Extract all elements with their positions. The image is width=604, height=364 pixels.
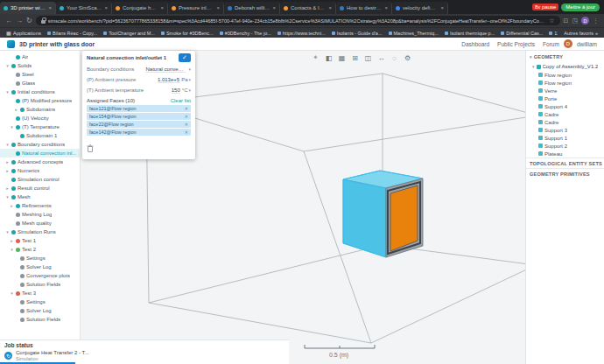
nav-public-projects[interactable]: Public Projects [497, 41, 535, 47]
geometry-item[interactable]: Cadre [526, 118, 604, 126]
tree-item[interactable]: (U) Velocity [0, 114, 80, 122]
forward-icon[interactable]: → [16, 18, 23, 24]
browser-tab[interactable]: How to destroy your Duet...× [336, 2, 392, 14]
tab-close-icon[interactable]: × [272, 5, 276, 10]
hide-body-icon[interactable]: ◌ [389, 52, 400, 63]
section-topological-entity-sets[interactable]: TOPOLOGICAL ENTITY SETS [526, 158, 604, 168]
screenshot-icon[interactable]: ⌖ [310, 52, 321, 63]
url-input[interactable]: simscale.com/workbench/?pid=562367077786… [36, 16, 560, 25]
tree-caret-icon[interactable]: ▸ [14, 107, 18, 112]
tree-caret-icon[interactable]: ▾ [5, 63, 10, 68]
remove-face-icon[interactable]: ✕ [185, 130, 188, 135]
geometry-item[interactable]: Porte [526, 94, 604, 102]
measure-icon[interactable]: ↔ [376, 52, 387, 63]
tab-close-icon[interactable]: × [216, 5, 220, 10]
tree-caret-icon[interactable]: ▾ [5, 194, 10, 200]
chrome-update-button[interactable]: Mettre à jour [561, 4, 600, 11]
tab-close-icon[interactable]: × [104, 5, 108, 10]
tree-item[interactable]: Solution Fields [0, 315, 80, 324]
geometry-item[interactable]: Flow region [526, 79, 604, 87]
tab-close-icon[interactable]: × [328, 5, 332, 10]
tree-item[interactable]: ▾Test 3 [0, 289, 80, 298]
bookmark-star-icon[interactable]: ☆ [549, 18, 554, 24]
tree-item[interactable]: ▾Boundary conditions [0, 140, 80, 149]
user-avatar[interactable]: D [564, 39, 572, 48]
tree-item[interactable]: ▾Solids [0, 61, 80, 70]
tree-item[interactable]: ▾Mesh [0, 192, 80, 201]
settings-row-value[interactable]: Natural convection i [145, 66, 186, 73]
remove-face-icon[interactable]: ✕ [185, 114, 188, 119]
browser-tab[interactable]: 3D printer with glass door× [0, 2, 56, 14]
tree-item[interactable]: ▾Simulation Runs [0, 228, 80, 236]
tree-item[interactable]: ▸Result control [0, 184, 80, 192]
tree-item[interactable]: Steel [0, 70, 80, 79]
geometry-item[interactable]: Verre [526, 87, 604, 94]
bookmark-item[interactable]: ToolChanger and M... [103, 31, 155, 36]
tab-close-icon[interactable]: × [160, 5, 164, 10]
dropdown-caret-icon[interactable]: ▾ [188, 66, 191, 72]
clear-list-link[interactable]: Clear list [171, 98, 191, 103]
remove-face-icon[interactable]: ✕ [185, 122, 188, 127]
settings-row-value[interactable]: 1.013e+5 [158, 77, 179, 83]
bookmark-item[interactable]: Isolants - Guide d'a... [332, 31, 383, 36]
pause-badge[interactable]: 8x pause [532, 4, 558, 10]
tree-caret-icon[interactable]: ▸ [5, 159, 10, 164]
apps-shortcut[interactable]: ▦Applications [6, 30, 41, 36]
browser-menu-icon[interactable]: ⋮ [593, 18, 599, 24]
nav-dashboard[interactable]: Dashboard [461, 41, 489, 47]
tree-item[interactable]: Solver Log [0, 306, 80, 315]
geometry-root-item[interactable]: ▾Copy of Assembly_V1.2 [526, 62, 604, 71]
bookmark-item[interactable]: Isolant thermique p... [445, 31, 495, 36]
browser-tab[interactable]: Your SimScale Profile - All...× [56, 2, 112, 14]
tree-item[interactable]: Natural convection inl... [0, 149, 80, 158]
section-geometry[interactable]: ▾GEOMETRY [526, 52, 604, 62]
tab-close-icon[interactable]: × [384, 5, 388, 10]
tree-caret-icon[interactable]: ▸ [10, 238, 14, 243]
tree-caret-icon[interactable]: ▾ [5, 142, 10, 147]
remove-face-icon[interactable]: ✕ [185, 106, 188, 111]
settings-row-unit[interactable]: °C [182, 88, 188, 93]
section-geometry-primitives[interactable]: GEOMETRY PRIMITIVES [526, 168, 604, 178]
browser-tab[interactable]: Pressure inlet and Outlet |...× [168, 2, 224, 14]
bookmark-item[interactable]: Smoke for #3DBenc... [161, 31, 214, 36]
tree-caret-icon[interactable]: ▾ [10, 247, 14, 252]
tree-item[interactable]: ▾Initial conditions [0, 88, 80, 96]
tree-caret-icon[interactable]: ▾ [5, 229, 10, 234]
browser-profile-avatar[interactable]: D [581, 17, 589, 24]
tree-item[interactable]: ▸Refinements [0, 201, 80, 210]
tree-item[interactable]: (P) Modified pressure [0, 96, 80, 105]
browser-tab[interactable]: velocity definition - Rech...× [392, 2, 448, 14]
dropdown-caret-icon[interactable]: ▾ [188, 88, 191, 93]
tree-item[interactable]: ▸Advanced concepts [0, 158, 80, 166]
tree-item[interactable]: Settings [0, 254, 80, 262]
reload-icon[interactable]: ↻ [26, 18, 32, 24]
bookmark-item[interactable]: Machines_Thermiq... [389, 31, 439, 36]
bookmark-item[interactable]: Differential Cas... [501, 31, 543, 36]
geometry-item[interactable]: Plateau [526, 150, 604, 158]
tree-caret-icon[interactable]: ▾ [5, 89, 10, 94]
tab-close-icon[interactable]: × [48, 5, 52, 10]
tree-item[interactable]: Solver Log [0, 262, 80, 271]
apply-button[interactable]: ✓ [179, 53, 191, 62]
simscale-logo[interactable] [7, 40, 15, 48]
tree-caret-icon[interactable]: ▸ [5, 168, 10, 173]
render-mode-icon[interactable]: ◧ [323, 52, 334, 63]
dropdown-caret-icon[interactable]: ▾ [188, 77, 191, 82]
tree-item[interactable]: ▾Test 2 [0, 245, 80, 254]
viewport-settings-icon[interactable]: ⚙ [402, 52, 413, 63]
browser-tab[interactable]: Conjugate heat transfer in...× [112, 2, 168, 14]
tree-caret-icon[interactable]: ▸ [5, 186, 10, 191]
tree-caret-icon[interactable]: ▸ [10, 203, 14, 208]
tree-item[interactable]: Solution Fields [0, 280, 80, 289]
tree-item[interactable]: ▾(T) Temperature [0, 122, 80, 131]
bookmark-item[interactable]: 118 simscale therm... [549, 31, 558, 36]
geometry-item[interactable]: Support 4 [526, 102, 604, 110]
tree-item[interactable]: Mesh quality [0, 219, 80, 228]
settings-row-value[interactable]: 150 [172, 88, 180, 94]
browser-tab[interactable]: Contacts & Interfaces in Si...× [280, 2, 336, 14]
tree-item[interactable]: ▸Numerics [0, 166, 80, 175]
tree-item[interactable]: Glass [0, 79, 80, 88]
tree-item[interactable]: Subdomain 1 [0, 131, 80, 140]
tree-caret-icon[interactable]: ▾ [10, 124, 14, 130]
tree-item[interactable]: Simulation control [0, 175, 80, 184]
